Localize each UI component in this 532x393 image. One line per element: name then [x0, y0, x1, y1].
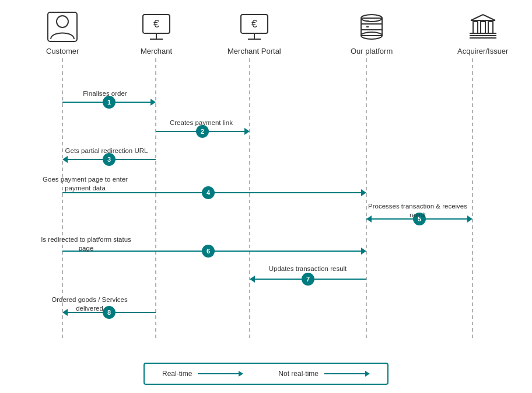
step-3-label: Gets partial redirection URL	[58, 147, 155, 155]
legend-notrealtime-label: Not real-time	[278, 370, 318, 378]
svg-marker-37	[244, 128, 250, 135]
step-6-circle: 6	[202, 245, 215, 258]
acquirer-icon	[467, 11, 499, 43]
step-4-label: Goes payment page to enter payment data	[38, 175, 132, 193]
step-5-label: Processes transaction & receives result	[365, 202, 470, 220]
ourplatform-icon	[355, 11, 388, 43]
legend-realtime: Real-time	[162, 370, 243, 378]
step-2-label: Creates payment link	[163, 119, 239, 127]
svg-line-21	[483, 15, 495, 20]
merchant-icon: €	[140, 11, 173, 43]
svg-text:€: €	[153, 18, 159, 30]
svg-marker-48	[250, 276, 255, 283]
svg-rect-24	[481, 22, 485, 33]
svg-rect-12	[361, 24, 382, 30]
step-7-circle: 7	[302, 273, 314, 286]
sequence-diagram: Customer € Merchant € Merchant Portal	[0, 0, 532, 393]
merchantportal-label: Merchant Portal	[228, 47, 281, 55]
legend-notrealtime-arrow	[324, 371, 370, 377]
customer-icon	[46, 11, 79, 43]
actor-acquirer: Acquirer/Issuer	[457, 11, 508, 55]
svg-rect-25	[488, 22, 493, 33]
acquirer-label: Acquirer/Issuer	[457, 47, 508, 55]
actor-merchant: € Merchant	[140, 11, 173, 55]
lifelines	[0, 0, 532, 393]
svg-marker-39	[62, 156, 68, 163]
svg-point-0	[57, 16, 68, 27]
step-4-circle: 4	[202, 186, 215, 199]
merchant-label: Merchant	[141, 47, 172, 55]
legend-realtime-arrow	[198, 371, 243, 377]
step-6-label: Is redirected to platform status page	[35, 235, 137, 253]
svg-text:€: €	[251, 18, 257, 30]
customer-label: Customer	[46, 47, 79, 55]
merchantportal-icon: €	[238, 11, 271, 43]
step-8-label: Ordered goods / Services delivered	[38, 295, 141, 313]
svg-line-20	[471, 15, 483, 20]
svg-marker-35	[150, 99, 156, 106]
ourplatform-label: Our platform	[351, 47, 393, 55]
legend-realtime-label: Real-time	[162, 370, 192, 378]
step-1-label: Finalises order	[70, 89, 140, 98]
actor-customer: Customer	[46, 11, 79, 55]
step-7-label: Updates transaction result	[257, 265, 359, 273]
legend: Real-time Not real-time	[144, 363, 388, 385]
actor-ourplatform: Our platform	[351, 11, 393, 55]
legend-notrealtime: Not real-time	[278, 370, 370, 378]
svg-marker-41	[361, 189, 366, 196]
svg-rect-23	[473, 22, 478, 33]
actor-merchantportal: € Merchant Portal	[228, 11, 281, 55]
svg-marker-46	[361, 248, 366, 255]
